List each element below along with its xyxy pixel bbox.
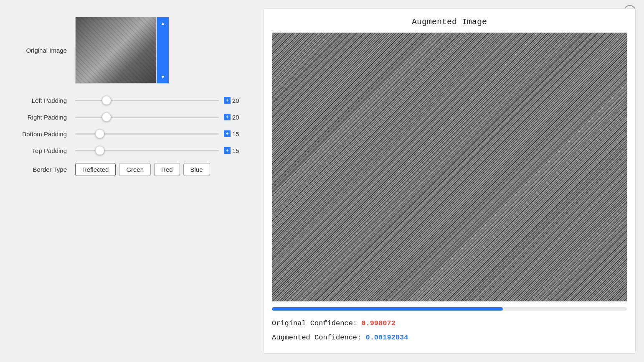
right-padding-row: Right Padding + 20 (17, 113, 242, 121)
bottom-padding-label: Bottom Padding (17, 130, 67, 138)
right-padding-wrapper (75, 113, 219, 121)
right-padding-slider[interactable] (75, 117, 219, 118)
progress-bar-fill (272, 307, 503, 311)
bottom-padding-row: Bottom Padding + 15 (17, 130, 242, 138)
bottom-padding-value-container: + 15 (224, 130, 242, 138)
border-type-buttons: Reflected Green Red Blue (75, 163, 210, 176)
original-image-row: Original Image ▲ ▼ (17, 17, 242, 84)
image-selector: ▲ ▼ (75, 17, 169, 84)
augmented-image-container (272, 33, 627, 301)
right-padding-plus-icon: + (224, 114, 231, 120)
augmented-confidence-label: Augmented Confidence: (272, 334, 361, 342)
original-image-label: Original Image (17, 47, 67, 54)
left-padding-plus-icon: + (224, 97, 231, 104)
original-confidence-label: Original Confidence: (272, 319, 357, 327)
original-image-inner (76, 17, 156, 83)
left-padding-label: Left Padding (17, 97, 67, 104)
scroll-thumb (157, 30, 169, 71)
left-padding-value: 20 (232, 97, 242, 104)
border-btn-blue[interactable]: Blue (183, 163, 210, 176)
original-confidence-row: Original Confidence: 0.998072 (272, 316, 627, 331)
bottom-padding-value: 15 (232, 130, 242, 138)
left-padding-row: Left Padding + 20 (17, 96, 242, 105)
bottom-padding-plus-icon: + (224, 130, 231, 137)
top-padding-value-container: + 15 (224, 147, 242, 154)
confidence-section: Original Confidence: 0.998072 Augmented … (272, 316, 627, 345)
scroll-down-btn[interactable]: ▼ (157, 71, 169, 83)
border-type-row: Border Type Reflected Green Red Blue (17, 163, 242, 176)
bottom-padding-slider[interactable] (75, 133, 219, 135)
top-padding-row: Top Padding + 15 (17, 146, 242, 155)
left-padding-wrapper (75, 96, 219, 105)
border-type-label: Border Type (17, 166, 67, 173)
top-padding-slider[interactable] (75, 150, 219, 151)
progress-bar-container (272, 307, 627, 311)
left-padding-value-container: + 20 (224, 97, 242, 104)
right-padding-label: Right Padding (17, 114, 67, 121)
scroll-up-btn[interactable]: ▲ (157, 17, 169, 30)
top-padding-label: Top Padding (17, 147, 67, 154)
left-panel: Original Image ▲ ▼ Left Padding + 20 Rig… (0, 0, 259, 362)
border-btn-red[interactable]: Red (154, 163, 180, 176)
right-panel: Augmented Image Original Confidence: 0.9… (263, 8, 636, 354)
top-padding-value: 15 (232, 147, 242, 154)
augmented-image (272, 33, 627, 301)
original-image-thumb (75, 17, 157, 84)
border-btn-reflected[interactable]: Reflected (75, 163, 116, 176)
right-padding-value-container: + 20 (224, 114, 242, 121)
left-padding-slider[interactable] (75, 100, 219, 101)
border-btn-green[interactable]: Green (119, 163, 151, 176)
original-confidence-value: 0.998072 (361, 319, 396, 327)
right-padding-value: 20 (232, 114, 242, 121)
top-padding-wrapper (75, 146, 219, 155)
image-scrollbar[interactable]: ▲ ▼ (157, 17, 169, 84)
bottom-padding-wrapper (75, 130, 219, 138)
augmented-confidence-row: Augmented Confidence: 0.00192834 (272, 331, 627, 345)
top-padding-plus-icon: + (224, 147, 231, 154)
augmented-title: Augmented Image (272, 17, 627, 27)
augmented-confidence-value: 0.00192834 (365, 334, 408, 342)
